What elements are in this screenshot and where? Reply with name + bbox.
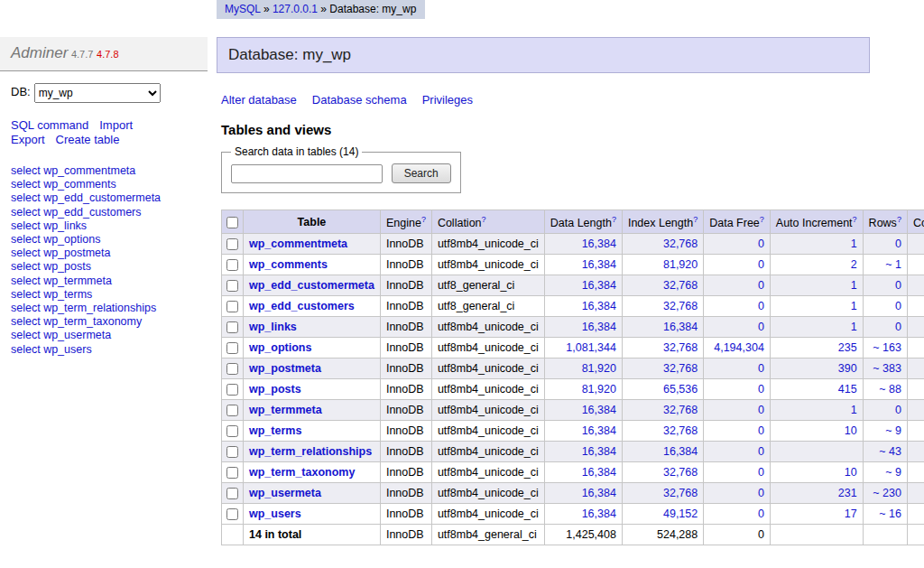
data-length-link[interactable]: 16,384 bbox=[582, 404, 616, 416]
row-checkbox[interactable] bbox=[226, 488, 238, 499]
rows-link[interactable]: ~ 16 bbox=[879, 507, 901, 520]
sidebar-table-link[interactable]: wp_edd_customers bbox=[43, 206, 141, 219]
data-length-link[interactable]: 16,384 bbox=[582, 237, 616, 250]
name-link[interactable]: wp_usermeta bbox=[249, 487, 321, 499]
name-link[interactable]: wp_comments bbox=[249, 258, 328, 271]
breadcrumb-item[interactable]: 127.0.0.1 bbox=[273, 3, 318, 15]
main-action-link[interactable]: Alter database bbox=[221, 93, 297, 107]
name-link[interactable]: wp_terms bbox=[249, 424, 301, 437]
index-length-link[interactable]: 32,768 bbox=[663, 300, 698, 312]
main-action-link[interactable]: Privileges bbox=[422, 93, 473, 107]
row-checkbox[interactable] bbox=[226, 405, 238, 416]
name-link[interactable]: wp_commentmeta bbox=[249, 237, 347, 250]
row-checkbox[interactable] bbox=[226, 259, 238, 271]
column-help-link[interactable]: ? bbox=[760, 215, 764, 224]
auto-increment-link[interactable]: 1 bbox=[851, 279, 857, 292]
data-free-link[interactable]: 0 bbox=[758, 383, 764, 396]
search-button[interactable]: Search bbox=[392, 163, 451, 183]
data-free-link[interactable]: 0 bbox=[758, 466, 764, 479]
update-version-link[interactable]: 4.7.8 bbox=[97, 49, 118, 60]
data-length-link[interactable]: 16,384 bbox=[582, 300, 616, 312]
rows-link[interactable]: ~ 230 bbox=[873, 487, 901, 499]
sidebar-table-link[interactable]: wp_term_relationships bbox=[43, 302, 156, 314]
row-checkbox[interactable] bbox=[226, 301, 238, 312]
column-help-link[interactable]: ? bbox=[421, 215, 426, 224]
data-length-link[interactable]: 1,081,344 bbox=[566, 341, 616, 354]
data-free-link[interactable]: 0 bbox=[758, 237, 764, 250]
rows-link[interactable]: ~ 383 bbox=[873, 362, 901, 375]
data-free-link[interactable]: 0 bbox=[758, 487, 764, 499]
sidebar-select-link[interactable]: select bbox=[11, 206, 41, 219]
rows-link[interactable]: ~ 43 bbox=[879, 445, 901, 458]
auto-increment-link[interactable]: 235 bbox=[838, 341, 857, 354]
index-length-link[interactable]: 32,768 bbox=[663, 487, 698, 499]
data-length-link[interactable]: 81,920 bbox=[582, 383, 616, 396]
sidebar-select-link[interactable]: select bbox=[11, 302, 41, 314]
data-free-link[interactable]: 0 bbox=[758, 424, 764, 437]
breadcrumb-item[interactable]: MySQL bbox=[225, 3, 261, 15]
rows-link[interactable]: 0 bbox=[895, 300, 901, 312]
index-length-link[interactable]: 32,768 bbox=[663, 279, 698, 292]
name-link[interactable]: wp_edd_customers bbox=[249, 300, 355, 312]
data-free-link[interactable]: 0 bbox=[758, 321, 764, 333]
sidebar-select-link[interactable]: select bbox=[11, 288, 41, 301]
search-input[interactable] bbox=[231, 164, 383, 183]
sidebar-table-link[interactable]: wp_commentmeta bbox=[43, 164, 135, 177]
data-length-link[interactable]: 16,384 bbox=[582, 279, 616, 292]
data-length-link[interactable]: 16,384 bbox=[582, 321, 616, 333]
column-help-link[interactable]: ? bbox=[693, 215, 698, 224]
row-checkbox[interactable] bbox=[226, 425, 238, 437]
column-help-link[interactable]: ? bbox=[897, 215, 901, 224]
index-length-link[interactable]: 32,768 bbox=[663, 466, 698, 479]
auto-increment-link[interactable]: 10 bbox=[845, 466, 857, 479]
sidebar-table-link[interactable]: wp_comments bbox=[43, 178, 116, 191]
sidebar-select-link[interactable]: select bbox=[11, 247, 41, 259]
row-checkbox[interactable] bbox=[226, 342, 238, 354]
sidebar-select-link[interactable]: select bbox=[11, 219, 41, 232]
name-link[interactable]: wp_term_taxonomy bbox=[249, 466, 355, 479]
db-select[interactable]: my_wp bbox=[34, 83, 161, 103]
column-help-link[interactable]: ? bbox=[482, 215, 486, 224]
auto-increment-link[interactable]: 415 bbox=[838, 383, 857, 396]
auto-increment-link[interactable]: 17 bbox=[845, 507, 857, 520]
sidebar-select-link[interactable]: select bbox=[11, 343, 41, 356]
name-link[interactable]: wp_termmeta bbox=[249, 404, 322, 416]
rows-link[interactable]: 0 bbox=[895, 321, 901, 333]
data-free-link[interactable]: 0 bbox=[758, 258, 764, 271]
auto-increment-link[interactable]: 1 bbox=[851, 404, 857, 416]
row-checkbox[interactable] bbox=[226, 238, 238, 250]
data-length-link[interactable]: 16,384 bbox=[582, 466, 616, 479]
index-length-link[interactable]: 81,920 bbox=[663, 258, 698, 271]
select-all-checkbox[interactable] bbox=[226, 217, 238, 228]
sidebar-table-link[interactable]: wp_posts bbox=[43, 260, 91, 273]
data-free-link[interactable]: 4,194,304 bbox=[714, 341, 764, 354]
sidebar-table-link[interactable]: wp_postmeta bbox=[43, 247, 110, 259]
name-link[interactable]: wp_users bbox=[249, 507, 301, 520]
sidebar-select-link[interactable]: select bbox=[11, 315, 41, 328]
sidebar-select-link[interactable]: select bbox=[11, 178, 41, 191]
name-link[interactable]: wp_posts bbox=[249, 383, 301, 396]
sidebar-table-link[interactable]: wp_termmeta bbox=[43, 275, 112, 287]
column-help-link[interactable]: ? bbox=[853, 215, 857, 224]
rows-link[interactable]: ~ 163 bbox=[873, 341, 901, 354]
name-link[interactable]: wp_links bbox=[249, 321, 297, 333]
name-link[interactable]: wp_options bbox=[249, 341, 311, 354]
sidebar-table-link[interactable]: wp_term_taxonomy bbox=[43, 315, 142, 328]
data-free-link[interactable]: 0 bbox=[758, 445, 764, 458]
auto-increment-link[interactable]: 10 bbox=[845, 424, 857, 437]
index-length-link[interactable]: 32,768 bbox=[663, 237, 698, 250]
sidebar-table-link[interactable]: wp_links bbox=[43, 219, 87, 232]
index-length-link[interactable]: 32,768 bbox=[663, 404, 698, 416]
sidebar-command-link[interactable]: Export bbox=[11, 133, 45, 146]
row-checkbox[interactable] bbox=[226, 280, 238, 292]
sidebar-select-link[interactable]: select bbox=[11, 233, 41, 246]
sidebar-select-link[interactable]: select bbox=[11, 260, 41, 273]
main-action-link[interactable]: Database schema bbox=[312, 93, 407, 107]
data-free-link[interactable]: 0 bbox=[758, 507, 764, 520]
row-checkbox[interactable] bbox=[226, 446, 238, 458]
index-length-link[interactable]: 32,768 bbox=[663, 424, 698, 437]
index-length-link[interactable]: 49,152 bbox=[663, 507, 698, 520]
row-checkbox[interactable] bbox=[226, 508, 238, 520]
name-link[interactable]: wp_postmeta bbox=[249, 362, 321, 375]
data-length-link[interactable]: 16,384 bbox=[582, 487, 616, 499]
